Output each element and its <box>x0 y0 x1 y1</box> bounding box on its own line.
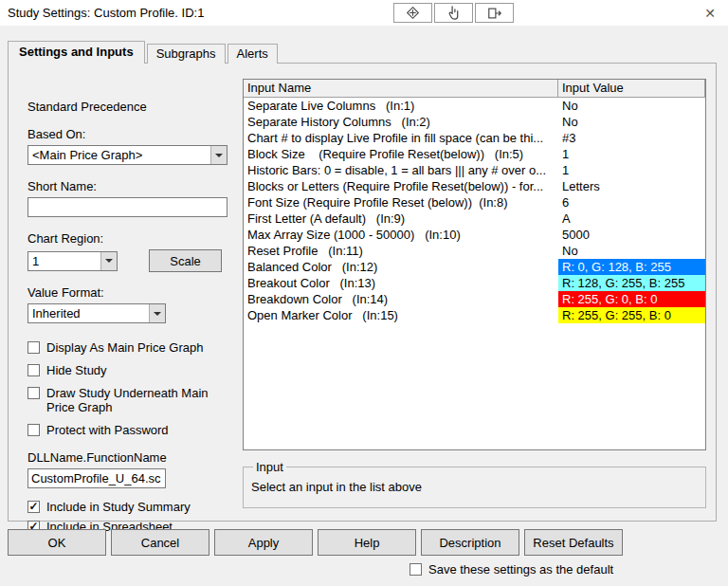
checkbox-protect-with-password[interactable]: Protect with Password <box>27 423 212 437</box>
table-row[interactable]: First Letter (A default) (In:9)A <box>244 211 705 227</box>
input-name-cell[interactable]: Reset Profile (In:11) <box>244 243 558 259</box>
chevron-down-icon <box>149 304 165 322</box>
short-name-label: Short Name: <box>27 179 234 193</box>
input-name-cell[interactable]: Breakdown Color (In:14) <box>244 291 558 307</box>
input-value-cell[interactable]: 6 <box>558 194 705 211</box>
input-name-cell[interactable]: Max Array Size (1000 - 50000) (In:10) <box>244 227 558 243</box>
checkbox-label: Display As Main Price Graph <box>46 340 203 355</box>
input-group-message: Select an input in the list above <box>251 480 698 494</box>
save-default-checkbox[interactable]: Save these settings as the default <box>410 562 613 577</box>
titlebar-toolbar <box>393 3 514 23</box>
context-help-button[interactable] <box>434 3 473 23</box>
input-value-cell[interactable]: 1 <box>558 146 705 162</box>
table-row[interactable]: Font Size (Require Profile Reset (below)… <box>244 194 705 211</box>
checkbox-label: Include in Study Summary <box>46 500 191 514</box>
input-value-cell[interactable]: No <box>558 243 705 259</box>
checkbox-hide-study[interactable]: Hide Study <box>27 363 212 377</box>
checkbox-label: Protect with Password <box>46 423 169 437</box>
ok-button[interactable]: OK <box>8 529 106 556</box>
input-value-cell[interactable]: #3 <box>558 130 705 146</box>
value-format-value: Inherited <box>28 306 149 320</box>
tab-label: Settings and Inputs <box>19 45 134 59</box>
table-row[interactable]: Blocks or Letters (Require Profile Reset… <box>244 178 705 194</box>
tab-settings-and-inputs[interactable]: Settings and Inputs <box>8 41 145 64</box>
apply-button[interactable]: Apply <box>214 529 313 556</box>
table-row[interactable]: Max Array Size (1000 - 50000) (In:10)500… <box>244 227 705 243</box>
input-value-cell[interactable]: 5000 <box>558 227 705 243</box>
short-name-input[interactable] <box>27 197 228 217</box>
checkbox-draw-study-underneath[interactable]: Draw Study Underneath Main Price Graph <box>27 386 212 414</box>
cancel-button[interactable]: Cancel <box>111 529 209 556</box>
table-row[interactable]: Reset Profile (In:11)No <box>244 243 705 259</box>
table-row[interactable]: Separate History Columns (In:2)No <box>244 114 705 130</box>
checkbox-box <box>27 424 40 436</box>
table-row[interactable]: Block Size (Require Profile Reset(below)… <box>244 146 705 162</box>
column-header-input-name[interactable]: Input Name <box>244 80 558 98</box>
close-icon[interactable]: ✕ <box>700 3 720 24</box>
input-value-cell[interactable]: R: 0, G: 128, B: 255 <box>558 259 705 275</box>
tab-label: Alerts <box>237 46 268 61</box>
input-name-cell[interactable]: Breakout Color (In:13) <box>244 275 558 291</box>
input-name-cell[interactable]: Block Size (Require Profile Reset(below)… <box>244 146 558 162</box>
input-name-cell[interactable]: Chart # to display Live Profile in fill … <box>244 130 558 146</box>
table-row[interactable]: Chart # to display Live Profile in fill … <box>244 130 705 146</box>
tab-subgraphs[interactable]: Subgraphs <box>147 44 226 64</box>
move-window-button[interactable] <box>393 3 432 23</box>
input-value-cell[interactable]: No <box>558 114 705 130</box>
detach-button[interactable] <box>475 3 514 23</box>
table-row[interactable]: Breakout Color (In:13)R: 128, G: 255, B:… <box>244 275 705 291</box>
inputs-column: Input Name Input Value Separate Live Col… <box>243 79 706 511</box>
dll-function-name-input[interactable] <box>27 468 166 488</box>
description-button[interactable]: Description <box>421 529 519 556</box>
table-row[interactable]: Separate Live Columns (In:1)No <box>244 98 705 114</box>
input-name-cell[interactable]: Balanced Color (In:12) <box>244 259 558 275</box>
table-row[interactable]: Open Marker Color (In:15)R: 255, G: 255,… <box>244 307 705 323</box>
input-value-cell[interactable]: Letters <box>558 178 705 194</box>
input-name-cell[interactable]: Historic Bars: 0 = disable, 1 = all bars… <box>244 162 558 178</box>
dll-function-name-label: DLLName.FunctionName <box>27 450 234 465</box>
tab-label: Subgraphs <box>156 46 216 61</box>
input-value-cell[interactable]: No <box>558 98 705 114</box>
study-settings-dialog: Study Settings: Custom Profile. ID:1 ✕ <box>0 0 728 586</box>
based-on-select[interactable]: <Main Price Graph> <box>27 145 228 165</box>
titlebar: Study Settings: Custom Profile. ID:1 ✕ <box>0 0 728 26</box>
input-name-cell[interactable]: Separate History Columns (In:2) <box>244 114 558 130</box>
checkbox-box <box>27 387 40 399</box>
input-value-cell[interactable]: 1 <box>558 162 705 178</box>
reset-defaults-button[interactable]: Reset Defaults <box>524 529 623 556</box>
window-title: Study Settings: Custom Profile. ID:1 <box>8 6 204 20</box>
left-settings-column: Standard Precedence Based On: <Main Pric… <box>27 79 234 511</box>
input-name-cell[interactable]: Blocks or Letters (Require Profile Reset… <box>244 178 558 194</box>
option-checkboxes: Display As Main Price Graph Hide Study D… <box>27 340 234 437</box>
tab-alerts[interactable]: Alerts <box>228 44 278 64</box>
inputs-table-body: Separate Live Columns (In:1)NoSeparate H… <box>244 98 705 323</box>
table-row[interactable]: Balanced Color (In:12)R: 0, G: 128, B: 2… <box>244 259 705 275</box>
value-format-select[interactable]: Inherited <box>27 303 166 323</box>
chart-region-row: 1 Scale <box>27 249 234 272</box>
input-group-box: Input Select an input in the list above <box>243 460 706 508</box>
checkbox-include-in-study-summary[interactable]: Include in Study Summary <box>27 500 212 514</box>
input-name-cell[interactable]: Font Size (Require Profile Reset (below)… <box>244 194 558 211</box>
input-value-cell[interactable]: A <box>558 211 705 227</box>
input-name-cell[interactable]: Separate Live Columns (In:1) <box>244 98 558 114</box>
column-header-input-value[interactable]: Input Value <box>558 80 705 98</box>
input-name-cell[interactable]: First Letter (A default) (In:9) <box>244 211 558 227</box>
inputs-table-header: Input Name Input Value <box>244 80 705 98</box>
table-row[interactable]: Historic Bars: 0 = disable, 1 = all bars… <box>244 162 705 178</box>
input-value-cell[interactable]: R: 255, G: 255, B: 0 <box>558 307 705 323</box>
checkbox-box <box>27 501 40 513</box>
dialog-buttons: OK Cancel Apply Help Description Reset D… <box>8 529 728 556</box>
tabstrip: Settings and Inputs Subgraphs Alerts <box>8 41 728 64</box>
checkbox-label: Hide Study <box>46 363 107 377</box>
help-button[interactable]: Help <box>318 529 416 556</box>
inputs-table[interactable]: Input Name Input Value Separate Live Col… <box>243 79 706 450</box>
input-name-cell[interactable]: Open Marker Color (In:15) <box>244 307 558 323</box>
table-row[interactable]: Breakdown Color (In:14)R: 255, G: 0, B: … <box>244 291 705 307</box>
input-value-cell[interactable]: R: 255, G: 0, B: 0 <box>558 291 705 307</box>
checkbox-box <box>27 341 40 354</box>
hand-icon <box>447 6 460 20</box>
input-value-cell[interactable]: R: 128, G: 255, B: 255 <box>558 275 705 291</box>
scale-button[interactable]: Scale <box>149 249 222 272</box>
chart-region-select[interactable]: 1 <box>27 251 118 271</box>
checkbox-display-as-main-price-graph[interactable]: Display As Main Price Graph <box>27 340 212 355</box>
